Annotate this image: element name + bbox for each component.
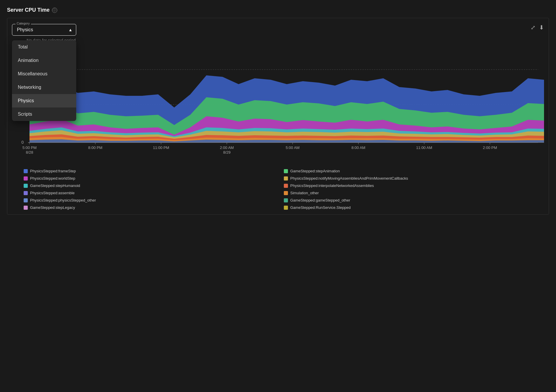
selected-category-text: Physics [17, 27, 33, 32]
legend-item: PhysicsStepped:assemble [24, 191, 272, 195]
chart-container: Category Physics ▲ Total Animation Misce… [7, 18, 549, 215]
legend-item: PhysicsStepped:frameStep [24, 169, 272, 173]
svg-text:11:00 AM: 11:00 AM [416, 145, 432, 150]
legend-color-stepHumanoid [24, 184, 28, 188]
page-title: Server CPU Time [7, 7, 50, 13]
dropdown-menu: Total Animation Miscellaneous Networking… [12, 40, 76, 121]
legend-label-simulation-other: Simulation_other [290, 191, 319, 195]
svg-text:8/28: 8/28 [26, 150, 33, 155]
svg-text:0: 0 [21, 140, 24, 145]
download-icon[interactable]: ⬇ [539, 24, 544, 31]
legend-label-frameStep: PhysicsStepped:frameStep [30, 169, 76, 173]
legend-item: PhysicsStepped:physicsStepped_other [24, 198, 272, 202]
no-data-text: No data for selected period [27, 38, 544, 43]
header: Server CPU Time ⓘ [7, 7, 549, 13]
legend-color-notifyMoving [284, 176, 288, 181]
dropdown-item-scripts[interactable]: Scripts [12, 107, 76, 121]
expand-icon[interactable]: ⤢ [531, 24, 536, 31]
svg-text:8:00 AM: 8:00 AM [351, 145, 365, 150]
legend-item: PhysicsStepped:interpolateNetworkedAssem… [284, 183, 532, 188]
legend-label-assemble: PhysicsStepped:assemble [30, 191, 74, 195]
legend-item: Simulation_other [284, 191, 532, 195]
legend-label-stepAnimation: GameStepped:stepAnimation [290, 169, 340, 173]
category-select[interactable]: Physics ▲ [12, 24, 76, 36]
legend-label-physicsStepped-other: PhysicsStepped:physicsStepped_other [30, 198, 96, 202]
legend-item: GameStepped:gameStepped_other [284, 198, 532, 202]
legend-label-worldStep: PhysicsStepped:worldStep [30, 176, 75, 181]
svg-text:2:00 AM: 2:00 AM [220, 145, 234, 150]
svg-text:5:00 PM: 5:00 PM [22, 145, 37, 150]
legend-item: GameStepped:stepAnimation [284, 169, 532, 173]
legend-item: GameStepped:stepLegacy [24, 205, 272, 210]
legend-item: PhysicsStepped:notifyMovingAssembliesAnd… [284, 176, 532, 181]
legend-color-worldStep [24, 176, 28, 181]
dropdown-item-physics[interactable]: Physics [12, 94, 76, 107]
chevron-up-icon: ▲ [68, 27, 72, 32]
legend-right: GameStepped:stepAnimation PhysicsStepped… [284, 169, 532, 210]
legend: PhysicsStepped:frameStep PhysicsStepped:… [12, 169, 544, 210]
legend-label-notifyMoving: PhysicsStepped:notifyMovingAssembliesAnd… [290, 176, 408, 181]
svg-text:8/29: 8/29 [223, 150, 230, 155]
legend-color-physicsStepped-other [24, 198, 28, 202]
chart-area: 1 0 5:00 PM 8/28 [12, 46, 544, 163]
legend-label-stepLegacy: GameStepped:stepLegacy [30, 205, 75, 210]
legend-label-stepHumanoid: GameStepped:stepHumanoid [30, 183, 80, 188]
dropdown-item-miscellaneous[interactable]: Miscellaneous [12, 67, 76, 81]
category-label: Category [15, 22, 31, 25]
legend-label-gameStepped-other: GameStepped:gameStepped_other [290, 198, 350, 202]
legend-label-interpolate: PhysicsStepped:interpolateNetworkedAssem… [290, 183, 374, 188]
svg-text:8:00 PM: 8:00 PM [88, 145, 102, 150]
legend-item: GameStepped:RunService.Stepped [284, 205, 532, 210]
dropdown-item-networking[interactable]: Networking [12, 81, 76, 94]
legend-label-runService: GameStepped:RunService.Stepped [290, 205, 351, 210]
legend-color-stepLegacy [24, 206, 28, 210]
category-wrapper: Category Physics ▲ Total Animation Misce… [12, 24, 76, 36]
svg-text:2:00 PM: 2:00 PM [483, 145, 497, 150]
legend-color-simulation-other [284, 191, 288, 195]
legend-color-stepAnimation [284, 169, 288, 173]
dropdown-item-total[interactable]: Total [12, 40, 76, 54]
legend-color-runService [284, 206, 288, 210]
legend-item: PhysicsStepped:worldStep [24, 176, 272, 181]
legend-color-gameStepped-other [284, 198, 288, 202]
svg-text:11:00 PM: 11:00 PM [153, 145, 169, 150]
legend-color-interpolate [284, 184, 288, 188]
legend-item: GameStepped:stepHumanoid [24, 183, 272, 188]
info-icon[interactable]: ⓘ [52, 8, 57, 13]
chart-actions: ⤢ ⬇ [531, 24, 544, 31]
legend-color-assemble [24, 191, 28, 195]
select-wrapper: Physics ▲ Total Animation Miscellaneous … [12, 24, 76, 36]
svg-text:5:00 AM: 5:00 AM [286, 145, 300, 150]
dropdown-item-animation[interactable]: Animation [12, 54, 76, 67]
legend-color-frameStep [24, 169, 28, 173]
legend-left: PhysicsStepped:frameStep PhysicsStepped:… [24, 169, 272, 210]
chart-svg: 1 0 5:00 PM 8/28 [12, 46, 544, 163]
